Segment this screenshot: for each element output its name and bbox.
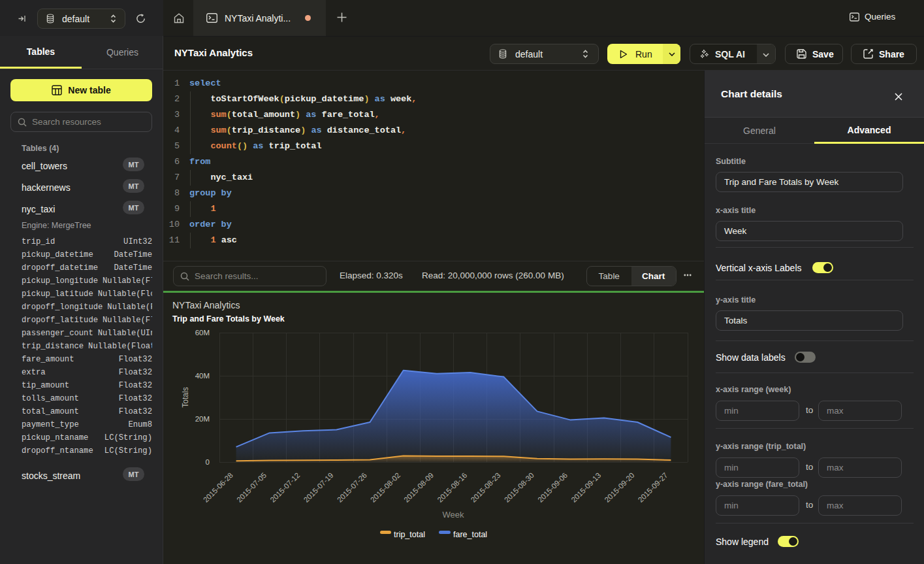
svg-text:Trip and Fare Totals by Week: Trip and Fare Totals by Week	[172, 314, 285, 323]
svg-text:60M: 60M	[195, 329, 210, 337]
svg-text:2015-09-20: 2015-09-20	[603, 471, 636, 504]
svg-text:0: 0	[206, 458, 210, 466]
svg-text:20M: 20M	[195, 415, 210, 423]
svg-text:2015-08-30: 2015-08-30	[503, 471, 535, 504]
svg-text:2015-07-12: 2015-07-12	[268, 471, 301, 504]
svg-text:2015-08-09: 2015-08-09	[402, 471, 435, 504]
svg-text:2015-08-02: 2015-08-02	[369, 471, 402, 504]
svg-text:2015-08-16: 2015-08-16	[436, 471, 468, 504]
svg-text:2015-09-06: 2015-09-06	[536, 471, 569, 504]
svg-text:2015-06-28: 2015-06-28	[202, 471, 234, 504]
svg-text:40M: 40M	[195, 372, 210, 380]
svg-text:2015-09-27: 2015-09-27	[637, 471, 669, 504]
svg-text:2015-07-19: 2015-07-19	[302, 471, 335, 504]
svg-text:Week: Week	[443, 510, 464, 520]
svg-text:2015-09-13: 2015-09-13	[569, 471, 602, 504]
svg-text:trip_total: trip_total	[394, 530, 425, 539]
svg-text:2015-08-23: 2015-08-23	[470, 471, 502, 504]
svg-text:fare_total: fare_total	[453, 530, 487, 539]
svg-text:2015-07-05: 2015-07-05	[235, 471, 268, 504]
svg-text:2015-07-26: 2015-07-26	[336, 471, 368, 504]
svg-text:NYTaxi Analytics: NYTaxi Analytics	[172, 300, 240, 310]
svg-text:Totals: Totals	[181, 387, 190, 407]
